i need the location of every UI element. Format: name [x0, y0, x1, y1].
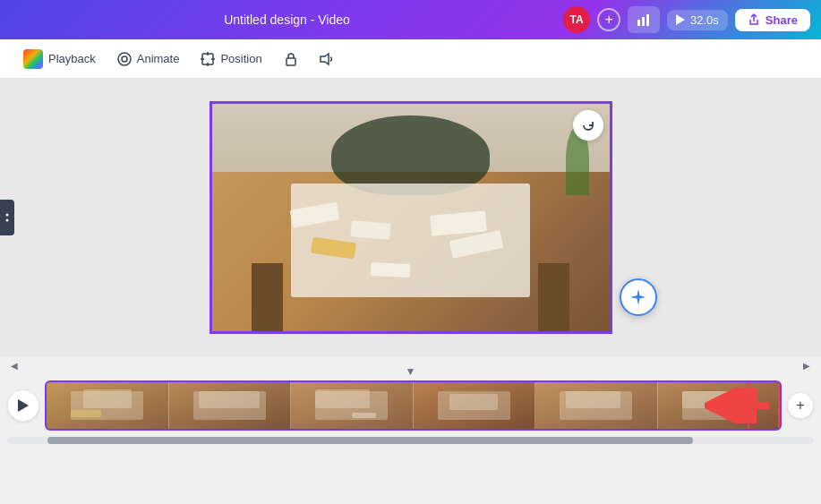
share-button[interactable]: Share: [735, 9, 810, 31]
svg-rect-1: [642, 17, 645, 26]
thumbnail-frame-3: [291, 382, 414, 429]
preview-button[interactable]: 32.0s: [667, 10, 728, 30]
refresh-button[interactable]: [573, 110, 603, 141]
lock-icon: [284, 52, 298, 66]
red-arrow-indicator: [705, 388, 776, 423]
toolbar: Playback Animate Position: [0, 39, 821, 79]
svg-rect-11: [286, 58, 295, 65]
refresh-icon: [581, 118, 595, 132]
chart-icon: [637, 13, 651, 27]
analytics-button[interactable]: [628, 6, 660, 33]
lock-button[interactable]: [275, 47, 307, 71]
sparkle-icon: [630, 289, 646, 305]
position-button[interactable]: Position: [192, 47, 270, 71]
thumbnail-frame-5: [535, 382, 658, 429]
timeline-scroll-right[interactable]: ▶: [800, 356, 814, 374]
playback-button[interactable]: Playback: [14, 45, 105, 73]
timeline-scrollbar-thumb: [47, 437, 693, 444]
video-background: [212, 104, 610, 331]
share-icon: [748, 13, 760, 26]
play-button[interactable]: [7, 389, 39, 422]
timeline-track: 5.0s 5.0s +: [0, 374, 821, 437]
avatar: TA: [563, 6, 590, 33]
svg-marker-3: [676, 14, 685, 25]
audio-button[interactable]: [311, 47, 343, 71]
svg-point-5: [122, 56, 127, 62]
svg-point-14: [6, 219, 9, 222]
color-icon: [23, 49, 43, 69]
magic-button[interactable]: [620, 278, 657, 316]
video-frame[interactable]: [210, 101, 612, 334]
left-edge-handle[interactable]: [0, 200, 14, 235]
timeline-header: ◀ ▼ ▶: [0, 356, 821, 374]
canvas-area: [0, 79, 821, 356]
svg-rect-0: [637, 20, 640, 26]
desk-leg-left: [252, 263, 284, 331]
play-icon: [676, 14, 685, 25]
animate-icon: [117, 52, 132, 66]
paper-scrap: [371, 262, 411, 278]
video-track-strip[interactable]: 5.0s 5.0s: [45, 380, 782, 431]
play-icon: [18, 399, 29, 412]
document-title: Untitled design - Video: [224, 13, 350, 27]
svg-marker-15: [18, 399, 29, 412]
add-collaborator-button[interactable]: +: [597, 8, 620, 31]
position-icon: [201, 52, 215, 66]
header-right: TA + 32.0s Share: [563, 6, 810, 33]
svg-point-4: [118, 53, 131, 65]
timeline-scroll-left[interactable]: ◀: [7, 356, 21, 374]
handle-icon: [4, 211, 10, 224]
main-area: ◀ ▼ ▶: [0, 79, 821, 504]
svg-marker-12: [321, 54, 329, 64]
animate-button[interactable]: Animate: [108, 47, 189, 71]
thumbnail-frame-4: [414, 382, 536, 429]
header-center: Untitled design - Video: [224, 13, 350, 27]
canvas-wrapper: [210, 101, 612, 334]
svg-rect-2: [646, 14, 649, 26]
svg-point-13: [6, 214, 9, 217]
thumbnail-frame-1: [47, 382, 169, 429]
header: Untitled design - Video TA + 32.0s Share: [0, 0, 821, 39]
timeline-scrollbar[interactable]: [7, 437, 814, 444]
desk-leg-right: [538, 263, 570, 331]
thumbnail-frame-2: [169, 382, 292, 429]
add-clip-button[interactable]: +: [787, 392, 814, 419]
audio-icon: [320, 52, 334, 66]
